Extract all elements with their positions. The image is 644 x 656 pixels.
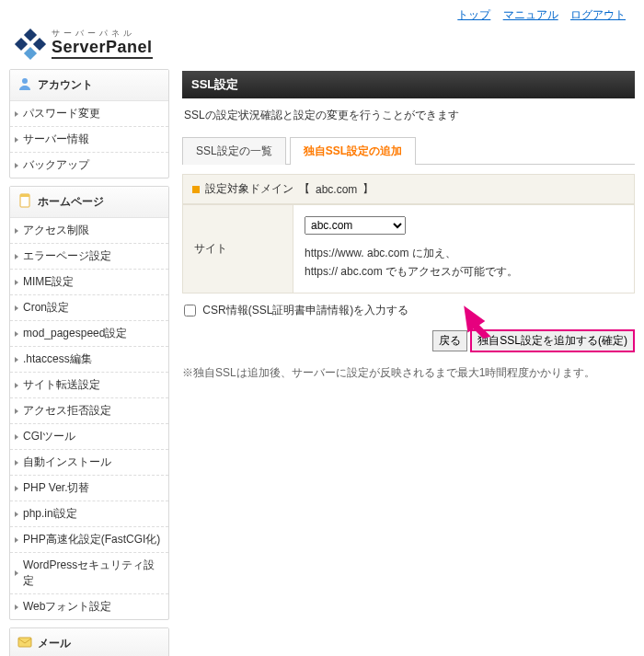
sidebar-item[interactable]: CGIツール: [10, 424, 168, 449]
svg-point-0: [22, 78, 28, 84]
domain-bracket-open: 【: [299, 181, 310, 197]
arrow-icon: [460, 302, 499, 343]
sidebar-item[interactable]: PHP Ver.切替: [10, 476, 168, 501]
csr-row: CSR情報(SSL証明書申請情報)を入力する: [182, 293, 635, 328]
sidebar-item[interactable]: アクセス制限: [10, 218, 168, 243]
domain-value: abc.com: [316, 183, 357, 196]
page-description: SSLの設定状況確認と設定の変更を行うことができます: [182, 98, 635, 136]
logo: サーバーパネル ServerPanel: [15, 29, 644, 60]
toplink-top[interactable]: トップ: [457, 8, 490, 21]
sidebar: アカウントパスワード変更サーバー情報バックアップホームページアクセス制限エラーペ…: [9, 69, 169, 656]
sidebar-item[interactable]: エラーページ設定: [10, 244, 168, 269]
sidebar-item[interactable]: MIME設定: [10, 270, 168, 294]
main-content: SSL設定 SSLの設定状況確認と設定の変更を行うことができます SSL設定の一…: [182, 69, 635, 656]
sidebar-item[interactable]: Cron設定: [10, 295, 168, 320]
site-note: https://www. abc.com に加え、 https:// abc.c…: [305, 244, 623, 282]
sidebar-item[interactable]: php.ini設定: [10, 501, 168, 526]
form-table: サイト abc.com https://www. abc.com に加え、 ht…: [182, 204, 635, 293]
sidebar-item[interactable]: バックアップ: [10, 153, 168, 178]
sidebar-item[interactable]: Webフォント設定: [10, 594, 168, 619]
page-title: SSL設定: [182, 71, 635, 98]
sidebar-item[interactable]: パスワード変更: [10, 101, 168, 126]
sidebar-section-label: メール: [38, 636, 71, 651]
svg-rect-2: [20, 194, 29, 197]
footer-note: ※独自SSLは追加後、サーバーに設定が反映されるまで最大1時間程度かかります。: [182, 358, 635, 381]
sidebar-section-title: メール: [10, 628, 168, 656]
sidebar-section-label: ホームページ: [38, 194, 104, 210]
sidebar-section-title: アカウント: [10, 70, 168, 101]
sidebar-section-title: ホームページ: [10, 187, 168, 218]
sidebar-item[interactable]: サイト転送設定: [10, 373, 168, 397]
site-label: サイト: [183, 205, 293, 293]
page-icon: [17, 193, 32, 211]
sidebar-item[interactable]: アクセス拒否設定: [10, 398, 168, 423]
tab[interactable]: SSL設定の一覧: [182, 137, 286, 165]
top-links: トップ マニュアル ログアウト: [0, 0, 644, 23]
svg-rect-3: [18, 638, 31, 647]
domain-bracket-close: 】: [362, 181, 374, 197]
sidebar-item[interactable]: mod_pagespeed設定: [10, 321, 168, 346]
button-row: 戻る 独自SSL設定を追加する(確定): [182, 328, 635, 358]
domain-bar: 設定対象ドメイン 【 abc.com 】: [182, 174, 635, 204]
user-icon: [17, 76, 32, 94]
toplink-manual[interactable]: マニュアル: [503, 8, 558, 21]
logo-title: ServerPanel: [52, 39, 153, 60]
sidebar-section: メールメールアカウント設定迷惑メール設定自動応答設定SMTP認証の国外アクセス制…: [9, 627, 169, 656]
sidebar-item[interactable]: .htaccess編集: [10, 347, 168, 372]
sidebar-section: ホームページアクセス制限エラーページ設定MIME設定Cron設定mod_page…: [9, 186, 169, 620]
csr-checkbox[interactable]: [184, 305, 196, 316]
toplink-logout[interactable]: ログアウト: [570, 8, 626, 21]
sidebar-section-label: アカウント: [38, 77, 93, 93]
csr-label[interactable]: CSR情報(SSL証明書申請情報)を入力する: [184, 304, 408, 316]
sidebar-item[interactable]: WordPressセキュリティ設定: [10, 553, 168, 593]
site-select[interactable]: abc.com: [305, 216, 406, 235]
sidebar-item[interactable]: PHP高速化設定(FastCGI化): [10, 527, 168, 552]
mail-icon: [17, 635, 32, 652]
tabs: SSL設定の一覧独自SSL設定の追加: [182, 136, 635, 165]
domain-label: 設定対象ドメイン: [205, 181, 293, 197]
sidebar-item[interactable]: 自動インストール: [10, 450, 168, 475]
sidebar-section: アカウントパスワード変更サーバー情報バックアップ: [9, 69, 169, 178]
square-icon: [192, 186, 200, 193]
tab[interactable]: 独自SSL設定の追加: [290, 137, 416, 165]
header: サーバーパネル ServerPanel: [0, 23, 644, 69]
sidebar-item[interactable]: サーバー情報: [10, 127, 168, 152]
logo-icon: [15, 29, 46, 60]
